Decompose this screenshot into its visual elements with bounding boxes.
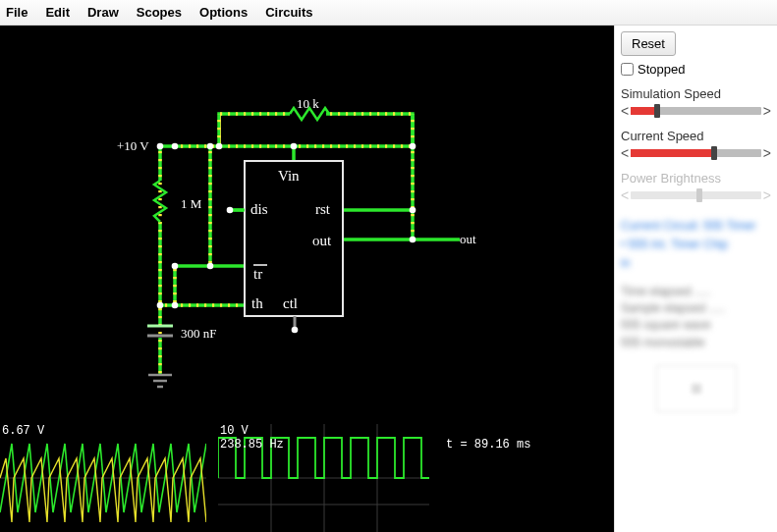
curspeed-slider[interactable]: [631, 149, 761, 157]
menu-draw[interactable]: Draw: [87, 5, 119, 20]
svg-point-14: [291, 143, 298, 150]
slider-label-curspeed: Current Speed: [621, 129, 771, 143]
time-readout: t = 89.16 ms: [446, 438, 530, 452]
link-1[interactable]: • 555 Int. Timer Chip: [621, 236, 771, 254]
info-1: Sample elapsed .....: [621, 300, 771, 317]
svg-point-19: [172, 263, 179, 270]
svg-point-23: [227, 207, 234, 214]
power-slider: [631, 191, 761, 199]
pin-th: th: [251, 295, 263, 312]
circuit-canvas[interactable]: +10 V 10 k 1 M 300 nF out Vin dis rst ou…: [0, 26, 614, 532]
info-3: 555 monostable: [621, 335, 771, 351]
svg-point-17: [410, 237, 416, 243]
slider-label-simspeed: Simulation Speed: [621, 86, 771, 101]
curspeed-increase[interactable]: >: [763, 145, 771, 161]
svg-point-18: [207, 263, 214, 270]
svg-point-15: [410, 143, 416, 150]
svg-point-24: [292, 327, 299, 334]
label-cap: 300 nF: [181, 326, 216, 342]
pin-tr: tr: [253, 266, 262, 283]
pin-ctl: ctl: [283, 295, 298, 312]
svg-point-22: [157, 143, 164, 150]
label-r-discharge: 1 M: [181, 196, 201, 212]
label-voltage: +10 V: [117, 138, 149, 154]
pin-vin: Vin: [278, 168, 300, 185]
info-0: Time elapsed .....: [621, 284, 771, 300]
svg-point-21: [157, 302, 164, 309]
scope1-v: 6.67 V: [2, 424, 44, 438]
scope2-v: 10 V: [220, 424, 249, 438]
svg-point-11: [172, 143, 179, 150]
curspeed-decrease[interactable]: <: [621, 145, 629, 161]
power-decrease: <: [621, 187, 629, 203]
simspeed-increase[interactable]: >: [763, 103, 771, 119]
link-0[interactable]: Current Circuit: 555 Timer: [621, 217, 771, 236]
simspeed-slider[interactable]: [631, 107, 761, 115]
menu-circuits[interactable]: Circuits: [265, 5, 312, 20]
info-2: 555 square wave: [621, 317, 771, 334]
menubar: File Edit Draw Scopes Options Circuits: [0, 0, 777, 26]
label-out: out: [460, 232, 476, 247]
reset-button[interactable]: Reset: [621, 31, 676, 56]
scope-1[interactable]: 6.67 V: [0, 424, 206, 532]
scope-2[interactable]: 10 V 238.85 Hz: [218, 424, 429, 532]
menu-file[interactable]: File: [6, 5, 28, 20]
stopped-label: Stopped: [638, 62, 685, 77]
simspeed-decrease[interactable]: <: [621, 103, 629, 119]
stopped-checkbox[interactable]: [621, 63, 634, 76]
menu-options[interactable]: Options: [199, 5, 248, 20]
sidebar: Reset Stopped Simulation Speed < > Curre…: [614, 26, 777, 532]
label-r-feedback: 10 k: [297, 96, 319, 112]
menu-edit[interactable]: Edit: [45, 5, 70, 20]
pin-rst: rst: [315, 201, 330, 218]
svg-point-13: [216, 143, 223, 150]
pin-dis: dis: [250, 201, 268, 218]
ad-box[interactable]: [656, 365, 737, 412]
info-block: Time elapsed ..... Sample elapsed ..... …: [621, 284, 771, 352]
menu-scopes[interactable]: Scopes: [137, 5, 182, 20]
links-block: Current Circuit: 555 Timer • 555 Int. Ti…: [621, 217, 771, 274]
slider-label-power: Power Brightness: [621, 171, 771, 186]
svg-point-12: [207, 143, 214, 150]
power-increase: >: [763, 187, 771, 203]
scope2-f: 238.85 Hz: [220, 438, 284, 452]
pin-out: out: [312, 233, 331, 249]
circuit-svg: [0, 26, 614, 418]
svg-point-20: [172, 302, 179, 309]
svg-point-16: [410, 207, 416, 214]
scope-strip: 6.67 V 10 V 238.85 Hz t = 89.16 ms: [0, 424, 614, 532]
link-2[interactable]: in: [621, 254, 771, 273]
